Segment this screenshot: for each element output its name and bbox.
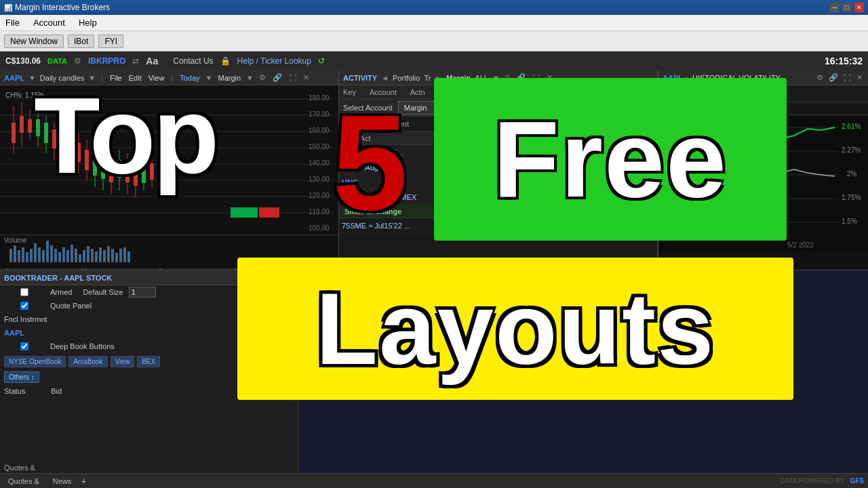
window-controls: ─ □ ✕ <box>830 3 864 12</box>
app-icon: 📊 <box>4 4 12 12</box>
last-label: Last <box>243 315 257 323</box>
nav-right-icon[interactable]: ► <box>435 74 442 82</box>
arrow-icons: ⇄ <box>132 56 139 66</box>
table-row: UNG 23.81 23.67 -1.46 -5.7... 2022061... <box>339 175 657 190</box>
chart-view-menu[interactable]: View <box>147 74 166 82</box>
nyse-openbook-button[interactable]: NYSE OpenBook <box>4 356 66 367</box>
quotes-tab[interactable]: Quotes & <box>4 476 43 487</box>
svg-rect-30 <box>60 133 64 153</box>
minimize-button[interactable]: ─ <box>830 3 840 12</box>
vol-expand-icon[interactable]: ⛶ <box>842 74 852 82</box>
arcabook-button[interactable]: ArcaBook <box>68 356 107 367</box>
bottom-tabs: Quotes & News + DATA POWERED BY GFS <box>0 473 868 488</box>
row4-change: -0.250 <box>590 193 637 201</box>
hv-days-btn[interactable]: 30 day <box>706 88 735 99</box>
table-row: NG ≈ Jul'22 @NYMEX 17.4K D6.694 6.694 6.… <box>339 190 657 205</box>
chart-expand-icon[interactable]: ⛶ <box>288 74 298 82</box>
tr-item[interactable]: Tr <box>424 74 431 82</box>
svg-rect-59 <box>14 245 16 262</box>
ibot-button[interactable]: IBot <box>68 35 94 48</box>
deep-book-checkbox[interactable] <box>4 342 45 350</box>
col-actn: Actn <box>410 88 425 96</box>
iv-label: IV <box>676 89 683 98</box>
menu-file[interactable]: File <box>3 16 22 29</box>
activity-link-icon[interactable]: 🔗 <box>515 73 527 82</box>
today-dropdown[interactable]: ▼ <box>205 74 213 82</box>
dropdown-icon[interactable]: ▼ <box>28 74 36 82</box>
settings-icon[interactable]: ⚙ <box>74 56 81 66</box>
hv-label: HV: <box>688 89 701 98</box>
book-trader-font: Aa <box>271 274 279 282</box>
chart-close-icon[interactable]: ✕ <box>302 73 311 82</box>
svg-rect-83 <box>111 249 114 262</box>
nav-left-icon[interactable]: ◄ <box>381 74 389 82</box>
chart-margin-btn[interactable]: Margin <box>216 74 242 82</box>
vol-link-icon[interactable]: 🔗 <box>827 73 840 82</box>
svg-rect-60 <box>18 250 20 262</box>
hv-info-icon[interactable]: i <box>741 89 747 98</box>
book-trader-expand[interactable]: ⛶ <box>283 274 294 282</box>
row3-symbol: UNG <box>342 178 437 186</box>
menu-account[interactable]: Account <box>31 16 68 29</box>
lock-icon: 🔒 <box>220 56 231 66</box>
activity-expand-icon[interactable]: ⛶ <box>531 74 541 82</box>
candle-type-selector[interactable]: Daily candles <box>40 74 84 82</box>
add-tab-button[interactable]: + <box>81 476 86 487</box>
fyi-button[interactable]: FYI <box>98 35 123 48</box>
fncl-instrmnt-row: Fncl Instrmnt Last Del <box>0 312 298 326</box>
candle-dropdown-icon[interactable]: ▼ <box>88 74 96 82</box>
time-period-dropdown[interactable]: ▼ <box>738 104 746 113</box>
close-button[interactable]: ✕ <box>854 3 864 12</box>
question-icon[interactable]: ? <box>504 74 511 82</box>
bex-button[interactable]: BEX <box>137 356 160 367</box>
armed-checkbox[interactable] <box>4 288 45 296</box>
chart-settings-icon[interactable]: ⚙ <box>258 73 267 82</box>
menu-help[interactable]: Help <box>76 16 100 29</box>
portfolio-tab[interactable]: Portfolio <box>393 74 420 82</box>
view-button[interactable]: View <box>111 356 135 367</box>
select-account-dropdown[interactable]: Margin Cash IRA <box>398 101 466 115</box>
chart-edit-menu[interactable]: Edit <box>127 74 143 82</box>
svg-rect-44 <box>117 160 121 178</box>
news-tab[interactable]: News <box>49 476 76 487</box>
activity-close-icon[interactable]: ✕ <box>545 73 554 82</box>
quote-panel-label: Quote Panel <box>50 302 92 310</box>
others-button[interactable]: Others ↕ <box>4 371 39 383</box>
refresh-icon[interactable]: ↺ <box>318 56 325 66</box>
iv-checkbox[interactable] <box>663 89 671 98</box>
svg-rect-86 <box>123 247 126 262</box>
financial-instrument-label: Financial Instrument <box>342 120 409 128</box>
vol-settings-icon[interactable]: ⚙ <box>815 73 825 82</box>
chart-file-menu[interactable]: File <box>108 74 123 82</box>
book-trader-header: BOOKTRADER - AAPL STOCK Aa ⛶ <box>0 270 298 285</box>
row4-volume: 17.4K D6.694 <box>439 193 487 201</box>
maximize-button[interactable]: □ <box>842 3 852 12</box>
book-trader-title: BOOKTRADER - AAPL STOCK <box>4 274 112 282</box>
svg-rect-55 <box>231 207 258 218</box>
svg-text:140.00: 140.00 <box>309 159 330 167</box>
change-col: Change <box>606 134 647 142</box>
all-dropdown[interactable]: ▼ <box>492 74 500 82</box>
vol-close-icon[interactable]: ✕ <box>855 73 864 82</box>
row1-volume: 713K D100.... <box>439 148 487 157</box>
contact-us-link[interactable]: Contact Us <box>173 56 213 66</box>
vol-sep: ▸ <box>686 73 690 82</box>
new-window-button[interactable]: New Window <box>4 35 64 48</box>
deep-book-row: Deep Book Buttons <box>0 340 298 353</box>
quote-panel-checkbox[interactable] <box>4 302 45 310</box>
font-size-button[interactable]: Aa <box>146 56 158 66</box>
chart-panel: AAPL ▼ Daily candles ▼ | File Edit View … <box>0 70 339 270</box>
row1-symbol: CL ≈ Aug22 @M... <box>342 148 437 157</box>
svg-rect-69 <box>54 249 57 262</box>
default-size-input[interactable] <box>129 287 156 298</box>
svg-rect-67 <box>46 241 49 262</box>
activity-all[interactable]: ALL <box>475 74 488 82</box>
chart-link-icon[interactable]: 🔗 <box>271 73 283 82</box>
activity-margin[interactable]: Margin <box>446 74 471 82</box>
help-ticker-link[interactable]: Help / Ticker Lookup <box>237 56 311 66</box>
margin-dropdown[interactable]: ▼ <box>246 74 254 82</box>
chart-today-btn[interactable]: Today <box>178 74 201 82</box>
chart-ticker[interactable]: AAPL <box>4 74 24 82</box>
svg-rect-68 <box>50 245 53 262</box>
tckr-act-col: Tckr Act <box>342 134 437 142</box>
